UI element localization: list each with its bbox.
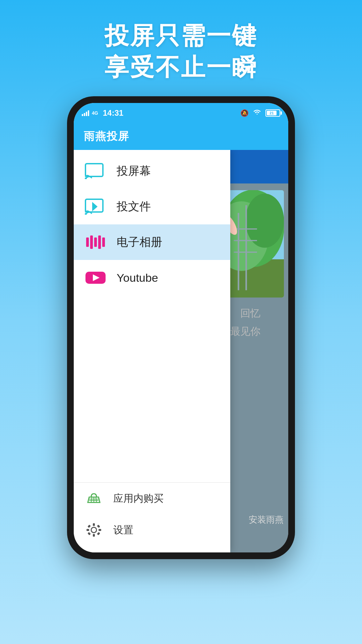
settings-icon xyxy=(84,522,104,538)
youtube-icon xyxy=(84,269,107,286)
content-area: 回忆 最见你 安装雨燕 xyxy=(74,150,288,552)
slideshow-label: 电子相册 xyxy=(117,234,162,250)
svg-rect-7 xyxy=(234,228,257,229)
settings-label: 设置 xyxy=(113,523,133,537)
slideshow-icon xyxy=(84,234,107,251)
phone-screen: 4G 14:31 🔕 21 雨燕投屏 xyxy=(74,103,288,552)
cast-file-icon xyxy=(84,198,107,215)
svg-rect-31 xyxy=(86,529,89,531)
svg-rect-9 xyxy=(234,252,257,253)
menu-item-cast-screen[interactable]: 投屏幕 xyxy=(74,153,230,189)
svg-rect-20 xyxy=(102,237,105,247)
status-bar: 4G 14:31 🔕 21 xyxy=(74,103,288,123)
wifi-icon xyxy=(253,109,261,117)
svg-marker-14 xyxy=(92,202,98,211)
svg-rect-32 xyxy=(99,529,101,531)
svg-rect-17 xyxy=(90,235,93,249)
svg-rect-18 xyxy=(94,237,97,247)
youtube-label: Youtube xyxy=(117,271,158,284)
signal-icon xyxy=(82,110,89,116)
svg-line-25 xyxy=(96,497,97,502)
svg-rect-16 xyxy=(86,237,89,247)
battery-icon: 21 xyxy=(265,109,280,117)
cast-file-label: 投文件 xyxy=(117,199,151,214)
svg-rect-19 xyxy=(98,235,101,249)
bottom-item-settings[interactable]: 设置 xyxy=(74,514,230,546)
notification-icon: 🔕 xyxy=(240,109,249,117)
memory-line2: 最见你 xyxy=(230,322,260,340)
svg-rect-6 xyxy=(245,205,247,290)
install-text: 安装雨燕 xyxy=(249,514,284,526)
menu-item-youtube[interactable]: Youtube xyxy=(74,260,230,296)
hero-line1: 投屏只需一键 xyxy=(105,20,257,52)
shop-icon xyxy=(84,490,104,507)
phone-frame: 4G 14:31 🔕 21 雨燕投屏 xyxy=(67,96,295,559)
menu-items: 投屏幕 投文件 xyxy=(74,150,230,482)
lte-badge: 4G xyxy=(92,110,98,116)
svg-rect-30 xyxy=(93,534,95,537)
app-bar: 雨燕投屏 xyxy=(74,123,288,150)
app-title: 雨燕投屏 xyxy=(84,129,129,144)
svg-rect-8 xyxy=(234,240,257,241)
svg-rect-11 xyxy=(85,164,103,176)
svg-rect-36 xyxy=(97,532,100,535)
purchase-label: 应用内购买 xyxy=(113,492,164,505)
bottom-item-purchase[interactable]: 应用内购买 xyxy=(74,483,230,514)
status-right: 🔕 21 xyxy=(240,109,280,117)
svg-rect-29 xyxy=(93,523,95,526)
battery-level: 21 xyxy=(267,111,277,115)
svg-rect-33 xyxy=(87,525,91,528)
memory-line1: 回忆 xyxy=(230,304,260,322)
cast-screen-label: 投屏幕 xyxy=(117,163,151,179)
drawer-bottom: 应用内购买 xyxy=(74,483,230,552)
svg-point-28 xyxy=(91,527,97,533)
svg-rect-34 xyxy=(97,525,100,528)
svg-point-4 xyxy=(245,194,284,248)
menu-item-cast-file[interactable]: 投文件 xyxy=(74,189,230,224)
menu-item-slideshow[interactable]: 电子相册 xyxy=(74,224,230,260)
hero-line2: 享受不止一瞬 xyxy=(105,52,257,83)
svg-line-23 xyxy=(91,497,92,502)
status-left: 4G 14:31 xyxy=(82,108,123,118)
cast-screen-icon xyxy=(84,163,107,179)
svg-rect-35 xyxy=(87,532,91,535)
hero-text: 投屏只需一键 享受不止一瞬 xyxy=(105,20,257,83)
navigation-drawer: 投屏幕 投文件 xyxy=(74,150,230,552)
status-time: 14:31 xyxy=(103,108,123,118)
